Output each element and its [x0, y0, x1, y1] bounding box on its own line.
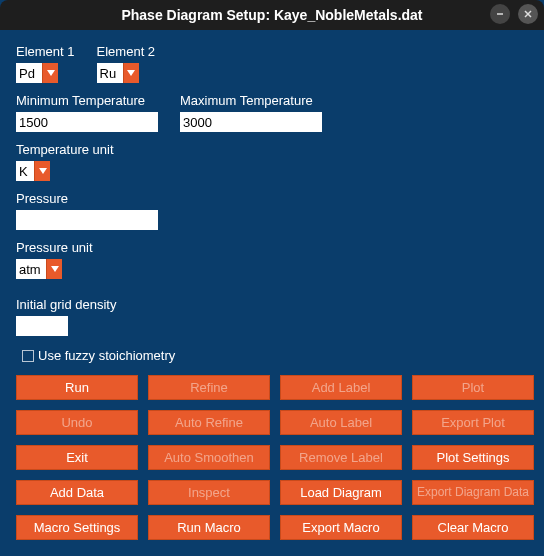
plot-button[interactable]: Plot: [412, 375, 534, 400]
min-temp-input[interactable]: [16, 112, 158, 132]
svg-marker-5: [39, 168, 47, 174]
auto-label-button[interactable]: Auto Label: [280, 410, 402, 435]
window-title: Phase Diagram Setup: Kaye_NobleMetals.da…: [121, 7, 422, 23]
add-data-button[interactable]: Add Data: [16, 480, 138, 505]
svg-marker-3: [47, 70, 55, 76]
fuzzy-label: Use fuzzy stoichiometry: [38, 348, 175, 363]
window-controls: [490, 4, 538, 24]
grid-density-label: Initial grid density: [16, 297, 116, 312]
load-diagram-button[interactable]: Load Diagram: [280, 480, 402, 505]
clear-macro-button[interactable]: Clear Macro: [412, 515, 534, 540]
remove-label-button[interactable]: Remove Label: [280, 445, 402, 470]
exit-button[interactable]: Exit: [16, 445, 138, 470]
add-label-button[interactable]: Add Label: [280, 375, 402, 400]
export-diagram-data-button[interactable]: Export Diagram Data: [412, 480, 534, 505]
grid-density-input[interactable]: [16, 316, 68, 336]
max-temp-label: Maximum Temperature: [180, 93, 322, 108]
max-temp-input[interactable]: [180, 112, 322, 132]
close-button[interactable]: [518, 4, 538, 24]
auto-smoothen-button[interactable]: Auto Smoothen: [148, 445, 270, 470]
element2-dropdown[interactable]: [123, 63, 139, 83]
pressure-label: Pressure: [16, 191, 68, 206]
element1-label: Element 1: [16, 44, 75, 59]
pressure-unit-label: Pressure unit: [16, 240, 93, 255]
element2-input[interactable]: [97, 63, 123, 83]
export-plot-button[interactable]: Export Plot: [412, 410, 534, 435]
button-grid: Run Refine Add Label Plot Undo Auto Refi…: [16, 375, 528, 540]
element1-dropdown[interactable]: [42, 63, 58, 83]
minimize-button[interactable]: [490, 4, 510, 24]
element2-label: Element 2: [97, 44, 156, 59]
chevron-down-icon: [39, 168, 47, 174]
auto-refine-button[interactable]: Auto Refine: [148, 410, 270, 435]
undo-button[interactable]: Undo: [16, 410, 138, 435]
element1-input[interactable]: [16, 63, 42, 83]
plot-settings-button[interactable]: Plot Settings: [412, 445, 534, 470]
run-button[interactable]: Run: [16, 375, 138, 400]
inspect-button[interactable]: Inspect: [148, 480, 270, 505]
temp-unit-dropdown[interactable]: [34, 161, 50, 181]
refine-button[interactable]: Refine: [148, 375, 270, 400]
svg-marker-4: [127, 70, 135, 76]
svg-marker-6: [51, 266, 59, 272]
chevron-down-icon: [47, 70, 55, 76]
temp-unit-label: Temperature unit: [16, 142, 114, 157]
export-macro-button[interactable]: Export Macro: [280, 515, 402, 540]
fuzzy-checkbox[interactable]: [22, 350, 34, 362]
content-area: Element 1 Element 2 Minimum Temperature: [0, 30, 544, 552]
titlebar: Phase Diagram Setup: Kaye_NobleMetals.da…: [0, 0, 544, 30]
chevron-down-icon: [51, 266, 59, 272]
pressure-input[interactable]: [16, 210, 158, 230]
chevron-down-icon: [127, 70, 135, 76]
pressure-unit-dropdown[interactable]: [46, 259, 62, 279]
temp-unit-input[interactable]: [16, 161, 34, 181]
min-temp-label: Minimum Temperature: [16, 93, 158, 108]
run-macro-button[interactable]: Run Macro: [148, 515, 270, 540]
macro-settings-button[interactable]: Macro Settings: [16, 515, 138, 540]
pressure-unit-input[interactable]: [16, 259, 46, 279]
